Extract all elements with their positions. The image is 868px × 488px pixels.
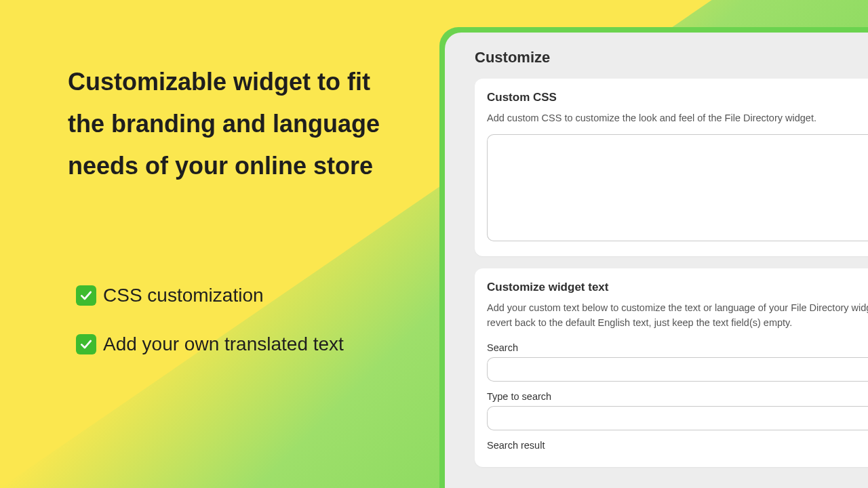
card-title: Custom CSS xyxy=(487,91,868,104)
bullet-text: CSS customization xyxy=(103,285,264,306)
bullet-text: Add your own translated text xyxy=(103,333,344,355)
hero-headline: Customizable widget to fit the branding … xyxy=(68,61,393,187)
check-icon xyxy=(76,285,96,306)
promo-stage: Customizable widget to fit the branding … xyxy=(0,0,868,488)
field-label-type-to-search: Type to search xyxy=(487,391,868,402)
customize-panel: Customize Custom CSS Add custom CSS to c… xyxy=(445,33,868,488)
hero-bullets: CSS customization Add your own translate… xyxy=(76,285,401,382)
bullet-translated-text: Add your own translated text xyxy=(76,333,401,355)
card-customize-text: Customize widget text Add your custom te… xyxy=(475,268,868,468)
custom-css-textarea[interactable] xyxy=(487,134,868,241)
panel-title: Customize xyxy=(445,49,868,79)
bullet-css-customization: CSS customization xyxy=(76,285,401,306)
check-icon xyxy=(76,334,96,354)
field-label-search: Search xyxy=(487,342,868,353)
panel-frame: Customize Custom CSS Add custom CSS to c… xyxy=(439,27,868,488)
card-subtitle: Add your custom text below to customize … xyxy=(487,301,868,331)
field-label-search-result: Search result xyxy=(487,440,868,451)
search-input[interactable] xyxy=(487,357,868,382)
card-subtitle: Add custom CSS to customize the look and… xyxy=(487,111,868,126)
type-to-search-input[interactable] xyxy=(487,406,868,430)
card-title: Customize widget text xyxy=(487,281,868,294)
card-custom-css: Custom CSS Add custom CSS to customize t… xyxy=(475,79,868,256)
